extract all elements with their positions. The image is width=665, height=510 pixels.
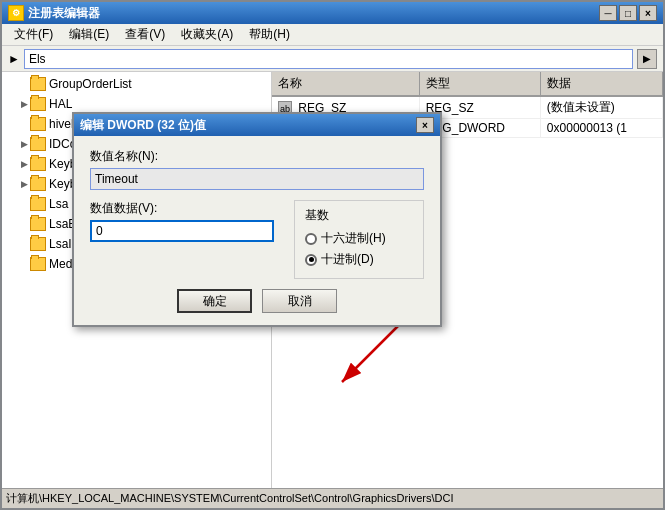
dialog-data-label: 数值数据(V): — [90, 200, 274, 217]
dialog-base-section: 基数 十六进制(H) 十进制(D) — [294, 200, 424, 279]
status-bar: 计算机\HKEY_LOCAL_MACHINE\SYSTEM\CurrentCon… — [2, 488, 663, 508]
address-input[interactable] — [24, 49, 633, 69]
folder-icon — [30, 77, 46, 91]
folder-icon — [30, 117, 46, 131]
address-bar: ► ▶ — [2, 46, 663, 72]
ok-button[interactable]: 确定 — [177, 289, 252, 313]
reg-data-cell: 0x00000013 (1 — [540, 119, 662, 138]
tree-item-label: Lsa — [49, 197, 68, 211]
expand-icon — [18, 118, 30, 130]
menu-favorites[interactable]: 收藏夹(A) — [173, 24, 241, 45]
status-text: 计算机\HKEY_LOCAL_MACHINE\SYSTEM\CurrentCon… — [6, 491, 453, 506]
folder-icon — [30, 157, 46, 171]
folder-icon — [30, 237, 46, 251]
expand-icon: ▶ — [18, 158, 30, 170]
expand-icon — [18, 218, 30, 230]
base-label: 基数 — [305, 207, 413, 224]
expand-icon: ▶ — [18, 98, 30, 110]
main-window: ⚙ 注册表编辑器 ─ □ × 文件(F) 编辑(E) 查看(V) 收藏夹(A) … — [0, 0, 665, 510]
window-title: 注册表编辑器 — [28, 5, 599, 22]
content-area: GroupOrderList ▶ HAL hivelist ▶ IDConfig… — [2, 72, 663, 488]
folder-icon — [30, 197, 46, 211]
col-header-data: 数据 — [540, 72, 662, 96]
dialog-close-button[interactable]: × — [416, 117, 434, 133]
minimize-button[interactable]: ─ — [599, 5, 617, 21]
tree-item-label: HAL — [49, 97, 72, 111]
expand-icon: ▶ — [18, 178, 30, 190]
folder-icon — [30, 217, 46, 231]
dialog-name-label: 数值名称(N): — [90, 148, 424, 165]
expand-icon — [18, 198, 30, 210]
expand-icon — [18, 78, 30, 90]
close-button[interactable]: × — [639, 5, 657, 21]
expand-icon — [18, 238, 30, 250]
menu-bar: 文件(F) 编辑(E) 查看(V) 收藏夹(A) 帮助(H) — [2, 24, 663, 46]
radio-hex-label: 十六进制(H) — [321, 230, 386, 247]
folder-icon — [30, 137, 46, 151]
cancel-button[interactable]: 取消 — [262, 289, 337, 313]
expand-icon — [18, 258, 30, 270]
app-icon: ⚙ — [8, 5, 24, 21]
radio-hex-button[interactable] — [305, 233, 317, 245]
folder-icon — [30, 97, 46, 111]
tree-item-hal[interactable]: ▶ HAL — [2, 94, 271, 114]
menu-file[interactable]: 文件(F) — [6, 24, 61, 45]
radio-dec-button[interactable] — [305, 254, 317, 266]
dialog-buttons: 确定 取消 — [90, 289, 424, 313]
radio-dec[interactable]: 十进制(D) — [305, 251, 413, 268]
address-label: ► — [8, 52, 20, 66]
address-go-button[interactable]: ▶ — [637, 49, 657, 69]
title-bar-buttons: ─ □ × — [599, 5, 657, 21]
radio-hex[interactable]: 十六进制(H) — [305, 230, 413, 247]
expand-icon: ▶ — [18, 138, 30, 150]
dialog-data-input[interactable] — [90, 220, 274, 242]
tree-item-grouporderlist[interactable]: GroupOrderList — [2, 74, 271, 94]
folder-icon — [30, 257, 46, 271]
radio-dec-label: 十进制(D) — [321, 251, 374, 268]
tree-item-label: GroupOrderList — [49, 77, 132, 91]
col-header-type: 类型 — [419, 72, 540, 96]
title-bar: ⚙ 注册表编辑器 ─ □ × — [2, 2, 663, 24]
dialog-data-row: 数值数据(V): 基数 十六进制(H) 十进制(D) — [90, 200, 424, 279]
dialog-body: 数值名称(N): 数值数据(V): 基数 十六进制(H) — [74, 136, 440, 325]
col-header-name: 名称 — [272, 72, 419, 96]
dialog-name-input[interactable] — [90, 168, 424, 190]
maximize-button[interactable]: □ — [619, 5, 637, 21]
menu-view[interactable]: 查看(V) — [117, 24, 173, 45]
dialog-title-bar: 编辑 DWORD (32 位)值 × — [74, 114, 440, 136]
menu-edit[interactable]: 编辑(E) — [61, 24, 117, 45]
dialog-title-text: 编辑 DWORD (32 位)值 — [80, 117, 416, 134]
folder-icon — [30, 177, 46, 191]
radio-group-base: 基数 十六进制(H) 十进制(D) — [294, 200, 424, 279]
dialog-data-section: 数值数据(V): — [90, 200, 274, 279]
dialog-name-group: 数值名称(N): — [90, 148, 424, 190]
reg-data-cell: (数值未设置) — [540, 96, 662, 119]
dword-dialog: 编辑 DWORD (32 位)值 × 数值名称(N): 数值数据(V): — [72, 112, 442, 327]
menu-help[interactable]: 帮助(H) — [241, 24, 298, 45]
